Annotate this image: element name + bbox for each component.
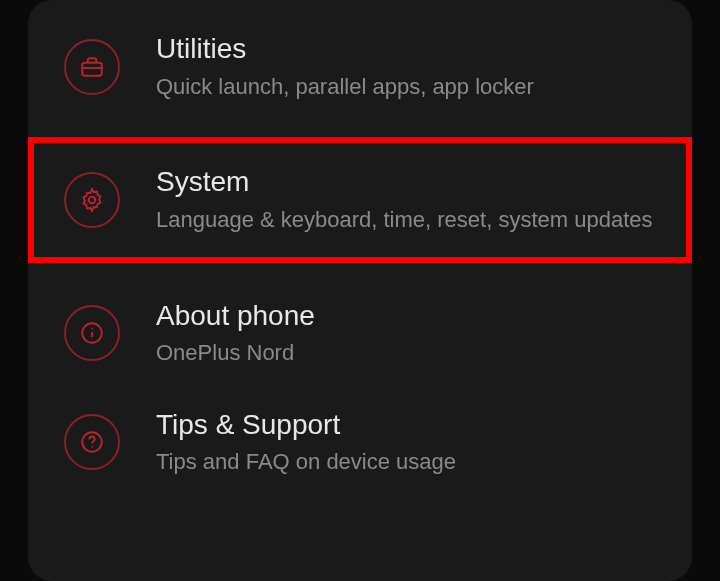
item-subtitle: Language & keyboard, time, reset, system… xyxy=(156,205,664,235)
settings-item-about-phone[interactable]: About phone OnePlus Nord xyxy=(28,279,692,388)
svg-point-5 xyxy=(91,328,93,330)
svg-rect-0 xyxy=(82,62,102,75)
help-icon xyxy=(64,414,120,470)
item-text: System Language & keyboard, time, reset,… xyxy=(156,165,664,234)
item-title: Tips & Support xyxy=(156,408,664,442)
settings-item-utilities[interactable]: Utilities Quick launch, parallel apps, a… xyxy=(28,12,692,121)
svg-point-2 xyxy=(89,197,96,204)
item-text: About phone OnePlus Nord xyxy=(156,299,664,368)
svg-point-7 xyxy=(91,446,93,448)
settings-panel: Utilities Quick launch, parallel apps, a… xyxy=(28,0,692,581)
item-subtitle: Quick launch, parallel apps, app locker xyxy=(156,72,664,102)
item-title: System xyxy=(156,165,664,199)
info-icon xyxy=(64,305,120,361)
gear-icon xyxy=(64,172,120,228)
item-subtitle: OnePlus Nord xyxy=(156,338,664,368)
item-text: Tips & Support Tips and FAQ on device us… xyxy=(156,408,664,477)
item-text: Utilities Quick launch, parallel apps, a… xyxy=(156,32,664,101)
settings-item-tips-support[interactable]: Tips & Support Tips and FAQ on device us… xyxy=(28,388,692,497)
item-title: About phone xyxy=(156,299,664,333)
settings-item-system[interactable]: System Language & keyboard, time, reset,… xyxy=(28,137,692,262)
toolbox-icon xyxy=(64,39,120,95)
item-title: Utilities xyxy=(156,32,664,66)
item-subtitle: Tips and FAQ on device usage xyxy=(156,447,664,477)
